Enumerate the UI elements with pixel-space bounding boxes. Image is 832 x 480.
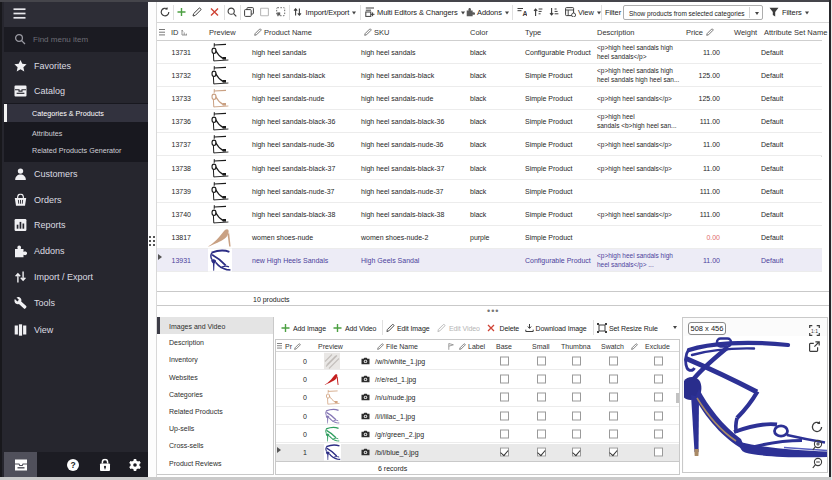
svg-text:A: A [523,10,528,16]
svg-text:1:1: 1:1 [811,328,818,334]
svg-text:?: ? [70,459,75,469]
